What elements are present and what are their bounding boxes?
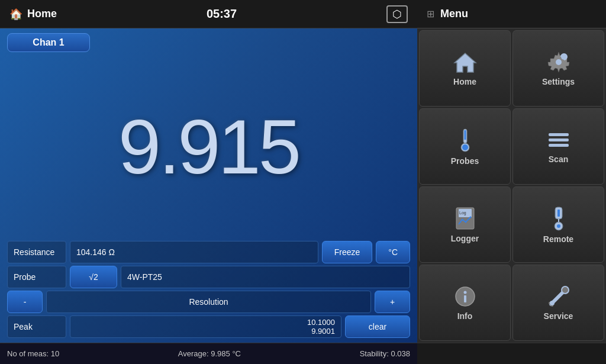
home-menu-label: Home <box>453 77 476 86</box>
svg-rect-9 <box>549 133 569 136</box>
status-stability: Stability: 0.038 <box>360 349 410 358</box>
settings-menu-label: Settings <box>542 77 575 86</box>
svg-rect-25 <box>464 295 466 302</box>
svg-rect-19 <box>557 210 560 217</box>
menu-title: Menu <box>440 8 468 20</box>
clear-button[interactable]: clear <box>345 315 410 338</box>
menu-grid-icon: ⊞ <box>427 8 434 20</box>
resolution-label: Resolution <box>46 291 371 313</box>
menu-bottom-area <box>417 343 606 364</box>
probes-menu-icon <box>458 128 472 153</box>
probe-label: Probe <box>7 266 66 288</box>
remote-menu-label: Remote <box>543 234 573 244</box>
header-bar: 🏠 Home 05:37 ⬡ <box>0 0 417 28</box>
freeze-button[interactable]: Freeze <box>322 241 373 263</box>
menu-item-info[interactable]: Info <box>419 265 511 341</box>
home-menu-icon <box>453 51 477 73</box>
peak-values: 10.1000 9.9001 <box>70 315 341 338</box>
svg-point-16 <box>465 221 466 223</box>
probe-value2: 4W-PT25 <box>121 266 410 288</box>
svg-point-24 <box>463 291 466 294</box>
time-display: 05:37 <box>207 7 237 21</box>
right-panel: ⊞ Menu Home <box>417 0 606 364</box>
svg-marker-0 <box>454 53 476 72</box>
main-reading: 9.915 <box>7 54 410 239</box>
probe-value1[interactable]: √2 <box>70 266 117 288</box>
resistance-value: 104.146 Ω <box>70 241 318 263</box>
left-panel: 🏠 Home 05:37 ⬡ Chan 1 9.915 Resistance 1… <box>0 0 417 364</box>
svg-rect-7 <box>464 130 466 140</box>
menu-item-home[interactable]: Home <box>419 30 511 107</box>
remote-menu-icon <box>550 206 567 231</box>
data-rows: Resistance 104.146 Ω Freeze °C Probe √2 … <box>7 241 410 338</box>
channel-button[interactable]: Chan 1 <box>7 33 90 52</box>
info-menu-label: Info <box>457 311 473 321</box>
unit-button[interactable]: °C <box>376 241 410 263</box>
resolution-row: - Resolution + <box>7 291 410 313</box>
svg-rect-10 <box>549 138 569 141</box>
probes-menu-label: Probes <box>451 156 479 166</box>
settings-menu-icon <box>547 51 570 73</box>
resolution-minus-button[interactable]: - <box>7 291 43 313</box>
scan-menu-label: Scan <box>549 154 568 164</box>
menu-item-probes[interactable]: Probes <box>419 108 511 185</box>
info-menu-icon <box>454 285 476 308</box>
menu-item-service[interactable]: Service <box>512 265 604 341</box>
service-menu-label: Service <box>544 311 573 321</box>
svg-text:Log: Log <box>459 211 466 215</box>
svg-point-17 <box>469 216 471 218</box>
logger-menu-label: Logger <box>451 234 479 243</box>
menu-item-scan[interactable]: Scan <box>512 108 604 185</box>
svg-rect-11 <box>549 144 569 147</box>
peak-label: Peak <box>7 315 66 338</box>
menu-header: ⊞ Menu <box>417 0 606 28</box>
resistance-row: Resistance 104.146 Ω Freeze °C <box>7 241 410 263</box>
menu-item-logger[interactable]: Log Logger <box>419 186 511 263</box>
peak-value2: 9.9001 <box>76 327 335 336</box>
menu-grid: Home Settings <box>417 28 606 343</box>
main-display: Chan 1 9.915 Resistance 104.146 Ω Freeze… <box>0 28 417 343</box>
svg-point-27 <box>562 286 569 294</box>
svg-point-8 <box>462 144 468 150</box>
peak-value1: 10.1000 <box>76 318 335 327</box>
resistance-label: Resistance <box>7 241 66 263</box>
header-home-text: Home <box>27 8 57 20</box>
home-label: 🏠 Home <box>9 8 57 21</box>
usb-icon: ⬡ <box>386 5 408 23</box>
logger-menu-icon: Log <box>454 207 476 230</box>
svg-point-22 <box>557 224 560 228</box>
home-icon: 🏠 <box>9 8 22 21</box>
probe-row: Probe √2 4W-PT25 <box>7 266 410 288</box>
service-menu-icon <box>547 285 570 308</box>
status-bar: No of meas: 10 Average: 9.985 °C Stabili… <box>0 343 417 364</box>
menu-item-remote[interactable]: Remote <box>512 186 604 263</box>
menu-item-settings[interactable]: Settings <box>512 30 604 107</box>
scan-menu-icon <box>547 130 570 151</box>
status-average: Average: 9.985 °C <box>178 349 241 358</box>
status-meas: No of meas: 10 <box>7 349 59 358</box>
resolution-plus-button[interactable]: + <box>375 291 410 313</box>
peak-row: Peak 10.1000 9.9001 clear <box>7 315 410 338</box>
svg-point-29 <box>550 301 555 305</box>
svg-point-3 <box>556 59 562 65</box>
svg-rect-21 <box>558 219 559 222</box>
svg-point-15 <box>461 218 463 220</box>
